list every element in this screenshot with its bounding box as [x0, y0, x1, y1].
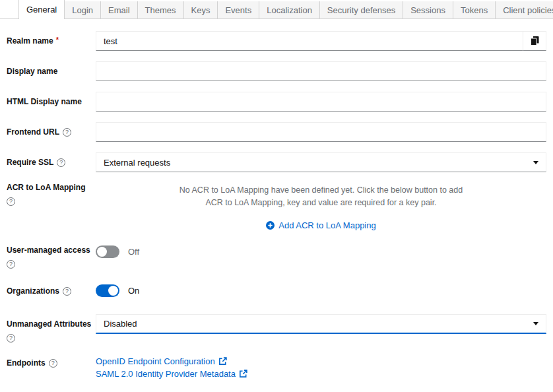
- realm-name-label: Realm name*: [7, 31, 96, 46]
- realm-name-row: Realm name*: [7, 31, 546, 51]
- realm-name-input-group: [96, 31, 546, 51]
- question-circle-icon[interactable]: ?: [7, 260, 15, 269]
- organizations-label-text: Organizations: [7, 286, 59, 296]
- require-ssl-row: Require SSL ? External requests: [7, 152, 546, 172]
- plus-circle-icon: [266, 221, 275, 230]
- realm-name-input[interactable]: [96, 31, 523, 51]
- acr-empty-state-text: No ACR to LoA Mapping have been defined …: [179, 184, 463, 209]
- organizations-row: Organizations ? On: [7, 284, 546, 297]
- user-managed-access-toggle[interactable]: [96, 245, 119, 258]
- require-ssl-field: External requests: [96, 152, 546, 172]
- endpoints-label: Endpoints ?: [7, 356, 96, 368]
- tab-localization[interactable]: Localization: [259, 1, 320, 19]
- unmanaged-attributes-label-text: Unmanaged Attributes: [7, 319, 91, 329]
- realm-settings-tabbar: General Login Email Themes Keys Events L…: [0, 0, 553, 19]
- saml-link-label: SAML 2.0 Identity Provider Metadata: [96, 369, 236, 379]
- copy-button[interactable]: [523, 31, 546, 51]
- require-ssl-select[interactable]: External requests: [96, 152, 546, 172]
- add-acr-button-label: Add ACR to LoA Mapping: [278, 220, 375, 230]
- question-circle-icon[interactable]: ?: [57, 158, 65, 167]
- frontend-url-field: [96, 122, 546, 142]
- question-circle-icon[interactable]: ?: [7, 334, 15, 343]
- user-managed-access-state: Off: [128, 247, 139, 257]
- require-ssl-label-text: Require SSL: [7, 158, 53, 168]
- tab-themes[interactable]: Themes: [138, 1, 184, 19]
- tab-general[interactable]: General: [18, 0, 65, 19]
- question-circle-icon[interactable]: ?: [63, 128, 71, 137]
- frontend-url-label: Frontend URL ?: [7, 122, 96, 137]
- tab-keys[interactable]: Keys: [184, 1, 218, 19]
- organizations-toggle[interactable]: [96, 284, 119, 297]
- unmanaged-attributes-field: Disabled: [96, 314, 546, 334]
- require-ssl-label: Require SSL ?: [7, 152, 96, 168]
- user-managed-access-field: Off: [96, 245, 546, 258]
- openid-link-label: OpenID Endpoint Configuration: [96, 356, 215, 366]
- add-acr-loa-mapping-button[interactable]: Add ACR to LoA Mapping: [262, 220, 379, 231]
- frontend-url-label-text: Frontend URL: [7, 127, 59, 137]
- organizations-field: On: [96, 284, 546, 297]
- acr-loa-mapping-row: ACR to LoA Mapping ? No ACR to LoA Mappi…: [7, 183, 546, 231]
- tab-login[interactable]: Login: [65, 1, 101, 19]
- tab-tokens[interactable]: Tokens: [453, 1, 496, 19]
- question-circle-icon[interactable]: ?: [7, 197, 15, 206]
- user-managed-access-label: User-managed access ?: [7, 245, 96, 269]
- required-asterisk: *: [56, 36, 59, 44]
- acr-loa-mapping-label-text: ACR to LoA Mapping: [7, 183, 86, 193]
- html-display-name-input[interactable]: [96, 92, 546, 112]
- user-managed-access-label-text: User-managed access: [7, 245, 90, 255]
- html-display-name-row: HTML Display name: [7, 92, 546, 112]
- copy-icon: [531, 36, 539, 46]
- question-circle-icon[interactable]: ?: [63, 287, 71, 296]
- unmanaged-attributes-row: Unmanaged Attributes ? Disabled: [7, 314, 546, 343]
- saml-metadata-link[interactable]: SAML 2.0 Identity Provider Metadata: [96, 369, 247, 379]
- tab-client-policies[interactable]: Client policies: [496, 1, 553, 19]
- html-display-name-field: [96, 92, 546, 112]
- require-ssl-selected-value: External requests: [104, 158, 170, 168]
- realm-name-label-text: Realm name: [7, 36, 53, 46]
- tabbar-spacer: [0, 0, 18, 19]
- acr-loa-mapping-empty-state: No ACR to LoA Mapping have been defined …: [96, 183, 546, 231]
- unmanaged-attributes-select[interactable]: Disabled: [96, 314, 546, 334]
- general-settings-form: Realm name* Display name: [0, 19, 553, 379]
- tab-security-defenses[interactable]: Security defenses: [320, 1, 403, 19]
- chevron-down-icon: [533, 322, 538, 325]
- frontend-url-input[interactable]: [96, 122, 546, 142]
- frontend-url-row: Frontend URL ?: [7, 122, 546, 142]
- openid-endpoint-configuration-link[interactable]: OpenID Endpoint Configuration: [96, 356, 227, 366]
- toggle-knob: [108, 286, 118, 296]
- question-circle-icon[interactable]: ?: [49, 359, 57, 368]
- tab-sessions[interactable]: Sessions: [403, 1, 453, 19]
- organizations-label: Organizations ?: [7, 284, 96, 296]
- external-link-icon: [239, 370, 247, 378]
- acr-loa-mapping-label: ACR to LoA Mapping ?: [7, 183, 96, 206]
- endpoints-row: Endpoints ? OpenID Endpoint Configuratio…: [7, 356, 546, 379]
- display-name-input[interactable]: [96, 61, 546, 81]
- external-link-icon: [218, 357, 227, 366]
- tab-events[interactable]: Events: [218, 1, 259, 19]
- toggle-knob: [97, 247, 107, 257]
- tab-email[interactable]: Email: [101, 1, 138, 19]
- display-name-label: Display name: [7, 61, 96, 77]
- realm-name-field: [96, 31, 546, 51]
- html-display-name-label: HTML Display name: [7, 92, 96, 107]
- chevron-down-icon: [533, 161, 538, 164]
- unmanaged-attributes-selected-value: Disabled: [104, 319, 137, 329]
- endpoints-label-text: Endpoints: [7, 358, 46, 368]
- display-name-field: [96, 61, 546, 81]
- endpoints-links: OpenID Endpoint Configuration SAML 2.0 I…: [96, 356, 546, 379]
- organizations-state: On: [128, 286, 139, 296]
- unmanaged-attributes-label: Unmanaged Attributes ?: [7, 314, 96, 343]
- display-name-row: Display name: [7, 61, 546, 81]
- user-managed-access-row: User-managed access ? Off: [7, 245, 546, 269]
